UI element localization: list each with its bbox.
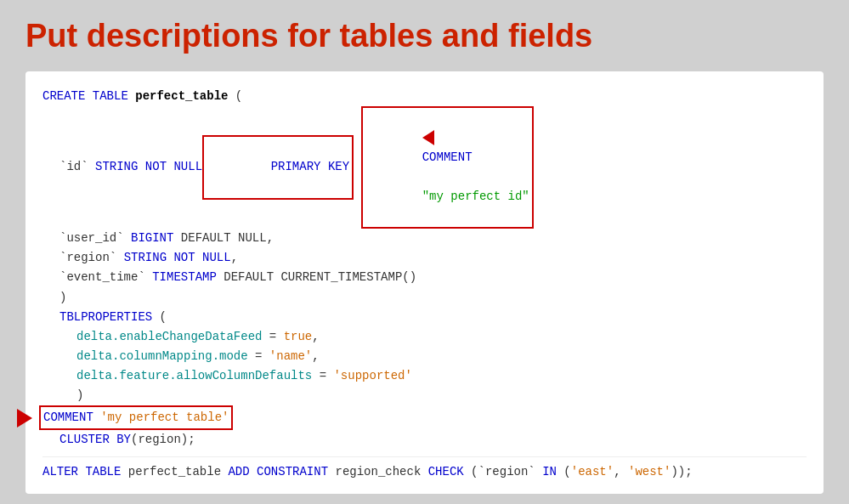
col-user-id: `user_id` bbox=[59, 229, 131, 248]
code-line-tblprops: TBLPROPERTIES ( bbox=[42, 308, 807, 327]
highlight-not-null-pk: PRIMARY KEY bbox=[202, 135, 354, 199]
code-line-close2: ) bbox=[42, 386, 807, 405]
code-line-create-table: CREATE TABLE perfect_table ( bbox=[42, 87, 807, 106]
keyword-primary-key: PRIMARY KEY bbox=[263, 160, 349, 173]
alter-table-name: perfect_table bbox=[121, 462, 228, 482]
col-event-time-rest: DEFAULT CURRENT_TIMESTAMP() bbox=[217, 268, 416, 287]
space1 bbox=[128, 87, 135, 106]
prop2-value: 'name' bbox=[269, 347, 312, 366]
code-line-id: `id` STRING NOT NULL PRIMARY KEY COMMENT… bbox=[42, 106, 807, 229]
space-comment bbox=[354, 157, 360, 177]
keyword-cluster: CLUSTER BY bbox=[59, 430, 131, 450]
keyword-comment-table: COMMENT bbox=[43, 411, 93, 424]
alter-constraint-name: region_check bbox=[328, 462, 428, 482]
col-region: `region` bbox=[59, 248, 124, 268]
code-line-cluster: CLUSTER BY (region); bbox=[42, 430, 807, 450]
keyword-add-constraint: ADD CONSTRAINT bbox=[228, 462, 328, 482]
close-paren2: ) bbox=[76, 386, 83, 405]
close-paren1: ) bbox=[59, 288, 66, 308]
keyword-create-table: CREATE TABLE bbox=[42, 87, 128, 106]
prop1-eq: = bbox=[262, 327, 283, 347]
keyword-string-not-null: STRING NOT NULL bbox=[95, 157, 202, 177]
alter-east: 'east' bbox=[571, 462, 614, 482]
code-line-table-comment: COMMENT 'my perfect table' bbox=[17, 405, 807, 430]
code-line-prop3: delta.feature.allowColumnDefaults = 'sup… bbox=[42, 366, 807, 386]
code-line-event-time: `event_time` TIMESTAMP DEFAULT CURRENT_T… bbox=[42, 268, 807, 287]
open-paren1: ( bbox=[228, 87, 242, 106]
highlight-table-comment: COMMENT 'my perfect table' bbox=[39, 405, 233, 430]
prop3-name: delta.feature.allowColumnDefaults bbox=[76, 366, 312, 386]
highlight-comment-id: COMMENT "my perfect id" bbox=[361, 106, 534, 229]
keyword-string-nn: STRING NOT NULL bbox=[124, 248, 231, 268]
keyword-check: CHECK bbox=[428, 462, 464, 482]
table-comment-value: 'my perfect table' bbox=[100, 411, 229, 424]
keyword-alter-table: ALTER TABLE bbox=[42, 462, 121, 482]
code-block: CREATE TABLE perfect_table ( `id` STRING… bbox=[42, 87, 807, 483]
prop1-value: true bbox=[284, 327, 313, 347]
alter-check-rest: (`region` bbox=[464, 462, 542, 482]
prop3-eq: = bbox=[312, 366, 333, 386]
code-line-close1: ) bbox=[42, 288, 807, 308]
alter-comma: , bbox=[614, 462, 628, 482]
cluster-rest: (region); bbox=[131, 430, 195, 450]
prop3-value: 'supported' bbox=[333, 366, 411, 386]
arrow-comment-id-icon bbox=[422, 130, 434, 145]
code-container: CREATE TABLE perfect_table ( `id` STRING… bbox=[25, 71, 824, 495]
keyword-comment-id: COMMENT bbox=[422, 150, 473, 164]
prop2-eq: = bbox=[248, 347, 269, 366]
prop2-name: delta.columnMapping.mode bbox=[76, 347, 248, 366]
tblprops-open: ( bbox=[152, 308, 167, 327]
code-line-alter: ALTER TABLE perfect_table ADD CONSTRAINT… bbox=[42, 462, 807, 482]
col-region-comma: , bbox=[231, 248, 238, 268]
comment-id-value: "my perfect id" bbox=[422, 190, 529, 203]
table-name: perfect_table bbox=[135, 87, 228, 106]
prop1-name: delta.enableChangeDataFeed bbox=[76, 327, 262, 347]
page-title: Put descriptions for tables and fields bbox=[25, 17, 824, 56]
keyword-tblproperties: TBLPROPERTIES bbox=[59, 308, 152, 327]
keyword-timestamp: TIMESTAMP bbox=[152, 268, 217, 287]
alter-close: )); bbox=[671, 462, 692, 482]
alter-in-values: ( bbox=[557, 462, 571, 482]
code-line-user-id: `user_id` BIGINT DEFAULT NULL, bbox=[42, 229, 807, 248]
comment-id-space bbox=[422, 170, 429, 184]
col-event-time: `event_time` bbox=[59, 268, 152, 287]
prop1-comma: , bbox=[312, 327, 319, 347]
keyword-in: IN bbox=[542, 462, 557, 482]
keyword-bigint: BIGINT bbox=[131, 229, 173, 248]
code-line-region: `region` STRING NOT NULL , bbox=[42, 248, 807, 268]
prop2-comma: , bbox=[312, 347, 319, 366]
alter-west: 'west' bbox=[628, 462, 671, 482]
code-line-prop2: delta.columnMapping.mode = 'name' , bbox=[42, 347, 807, 366]
arrow-table-comment-icon bbox=[17, 409, 32, 428]
id-backtick: `id` bbox=[59, 157, 95, 177]
code-line-prop1: delta.enableChangeDataFeed = true , bbox=[42, 327, 807, 347]
code-section-alter: ALTER TABLE perfect_table ADD CONSTRAINT… bbox=[42, 456, 807, 482]
col-user-id-rest: DEFAULT NULL, bbox=[173, 229, 274, 248]
